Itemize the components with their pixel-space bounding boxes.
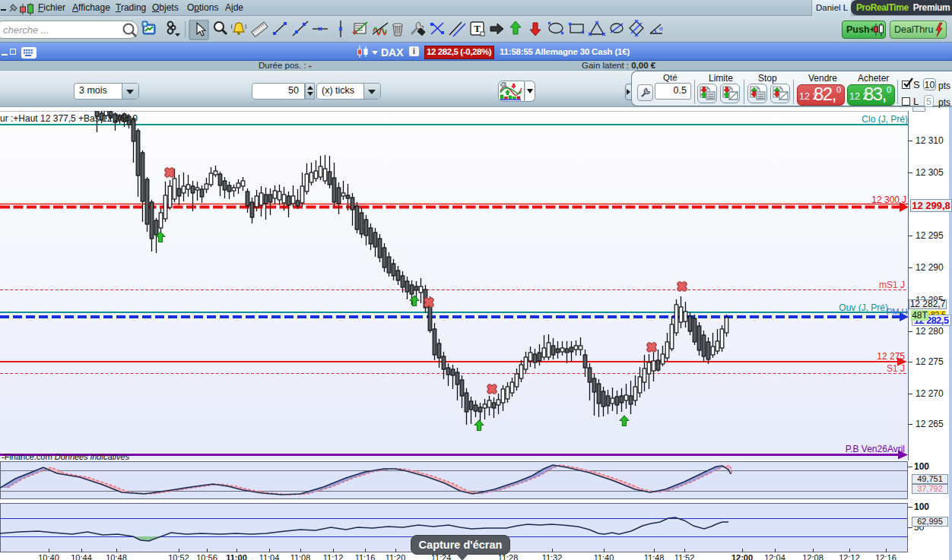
svg-text:α: α [659,25,663,32]
svg-text:T: T [474,23,481,34]
